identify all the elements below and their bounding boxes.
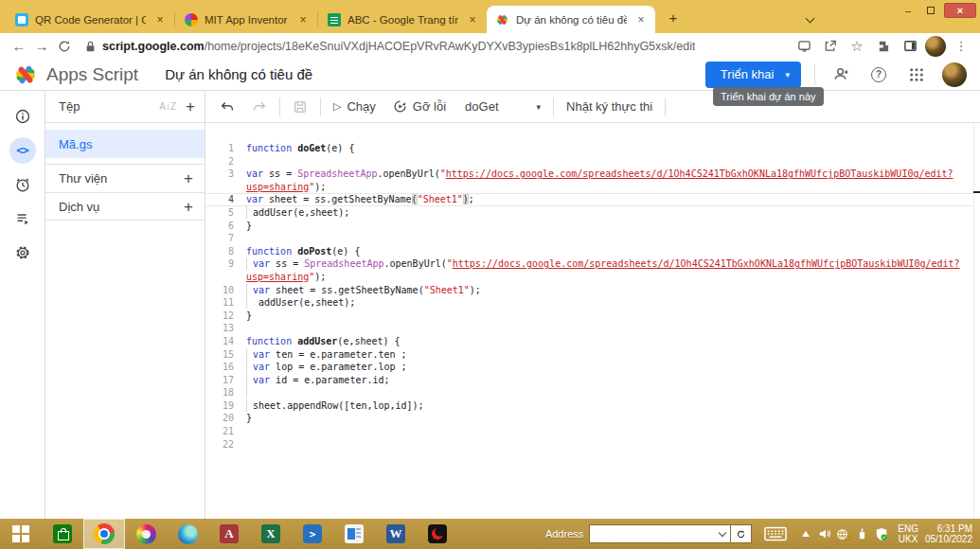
taskbar-app-powershell-icon[interactable]: > — [292, 519, 333, 549]
extensions-puzzle-icon[interactable] — [872, 35, 895, 58]
code-row[interactable]: 14function addUser(e,sheet) { — [205, 335, 980, 348]
address-go-icon[interactable] — [731, 524, 752, 543]
code-row[interactable]: usp=sharing"); — [205, 181, 980, 194]
tab-qr-code-generator[interactable]: QR Code Generator | Create Your × — [6, 6, 174, 33]
run-button[interactable]: ▷ Chạy — [325, 95, 384, 119]
code-row[interactable]: 12} — [205, 310, 980, 323]
apps-script-logo[interactable] — [13, 62, 38, 87]
taskbar-app-paint-icon[interactable] — [125, 519, 167, 549]
code-row[interactable]: 3var ss = SpreadsheetApp.openByUrl("http… — [205, 168, 980, 181]
add-library-icon[interactable]: + — [184, 170, 193, 186]
settings-gear-icon[interactable] — [9, 239, 36, 266]
redo-icon[interactable] — [243, 95, 276, 119]
address-bar[interactable]: script.google.com/home/projects/18eKeSnu… — [85, 40, 785, 53]
share-icon[interactable] — [819, 35, 842, 58]
editor-code-icon[interactable]: <> — [9, 137, 36, 164]
overview-info-icon[interactable] — [9, 103, 36, 130]
deploy-button[interactable]: Triển khai ▾ — [705, 62, 801, 88]
code-row[interactable]: 22 — [205, 438, 980, 452]
code-row[interactable]: 11 addUser(e,sheet); — [205, 296, 980, 310]
language-indicator[interactable]: ENG UKX — [898, 523, 918, 544]
tab-search-chevron-icon[interactable] — [802, 10, 819, 27]
tab-close-icon[interactable]: × — [296, 13, 310, 27]
line-number: 1 — [205, 142, 234, 155]
code-row[interactable]: 6} — [205, 220, 980, 233]
network-warning-icon[interactable] — [835, 523, 851, 544]
taskbar-app-chrome-icon[interactable] — [83, 519, 125, 549]
help-icon[interactable]: ? — [866, 62, 891, 87]
code-row[interactable]: 18 — [205, 386, 980, 399]
code-row[interactable]: 4var sheet = ss.getSheetByName("Sheet1")… — [205, 193, 980, 206]
taskbar-app-access-icon[interactable]: A — [208, 519, 250, 549]
save-icon[interactable] — [284, 95, 316, 119]
google-apps-grid-icon[interactable] — [904, 62, 929, 87]
tab-google-sheets[interactable]: ABC - Google Trang tính × — [318, 6, 487, 33]
new-tab-button[interactable]: + — [661, 5, 686, 29]
code-row[interactable]: 8function doPost(e) { — [205, 245, 980, 258]
browser-menu-kebab-icon[interactable]: ⋮ — [950, 35, 972, 58]
code-row[interactable]: 10 var sheet = ss.getSheetByName("Sheet1… — [205, 284, 980, 297]
line-number: 9 — [205, 257, 234, 271]
services-section[interactable]: Dịch vụ + — [45, 192, 205, 221]
tray-show-hidden-icons[interactable] — [797, 523, 813, 544]
code-row[interactable]: 1function doGet(e) { — [205, 142, 980, 155]
address-toolbar-input[interactable] — [590, 526, 715, 541]
install-app-icon[interactable] — [793, 35, 815, 58]
code-row[interactable]: 21 — [205, 425, 980, 438]
security-shield-icon[interactable] — [873, 523, 889, 544]
code-row[interactable]: 9 var ss = SpreadsheetApp.openByUrl("htt… — [205, 257, 980, 271]
taskbar-app-photos-icon[interactable] — [333, 519, 375, 549]
tab-close-icon[interactable]: × — [634, 13, 648, 27]
code-row[interactable]: 15 var ten = e.parameter.ten ; — [205, 348, 980, 362]
browser-profile-avatar[interactable] — [925, 36, 946, 57]
code-row[interactable]: usp=sharing"); — [205, 271, 980, 284]
libraries-section[interactable]: Thư viện + — [45, 164, 205, 192]
file-item-ma-gs[interactable]: Mã.gs — [45, 130, 205, 158]
add-file-icon[interactable]: + — [186, 98, 195, 115]
tab-mit-app-inventor[interactable]: MIT App Inventor × — [175, 6, 317, 33]
taskbar-clock[interactable]: 6:31 PM 05/10/2022 — [925, 523, 972, 544]
taskbar-app-store-icon[interactable] — [42, 519, 83, 549]
share-person-add-icon[interactable] — [829, 62, 853, 87]
code-row[interactable]: 17 var id = e.parameter.id; — [205, 374, 980, 387]
tab-close-icon[interactable]: × — [466, 13, 479, 27]
code-row[interactable]: 5 addUser(e,sheet); — [205, 206, 980, 220]
project-title[interactable]: Dự án không có tiêu đề — [165, 66, 312, 82]
address-dropdown-chevron-icon[interactable] — [715, 525, 730, 542]
undo-icon[interactable] — [211, 95, 243, 119]
restore-button[interactable] — [919, 2, 942, 19]
sort-az-icon[interactable]: A↕Z — [159, 101, 176, 112]
debug-button[interactable]: Gỡ lỗi — [384, 95, 454, 119]
minimize-button[interactable]: – — [897, 2, 919, 19]
tab-close-icon[interactable]: × — [153, 13, 167, 27]
touch-keyboard-icon[interactable] — [761, 523, 790, 544]
taskbar-app-garena-icon[interactable] — [417, 519, 458, 549]
function-selector[interactable]: doGet ▾ — [454, 95, 549, 119]
forward-icon[interactable]: → — [30, 35, 53, 58]
taskbar-app-word-icon[interactable]: W — [375, 519, 417, 549]
code-row[interactable]: 7 — [205, 232, 980, 245]
volume-speaker-icon[interactable] — [816, 523, 832, 544]
code-row[interactable]: 20} — [205, 412, 980, 425]
tab-apps-script-active[interactable]: Dự án không có tiêu đề - Trình ch × — [487, 6, 655, 33]
bookmark-star-icon[interactable]: ☆ — [846, 35, 868, 58]
code-row[interactable]: 19 sheet.appendRow([ten,lop,id]); — [205, 399, 980, 413]
execution-log-button[interactable]: Nhật ký thực thi — [558, 95, 661, 119]
code-row[interactable]: 16 var lop = e.parameter.lop ; — [205, 361, 980, 374]
taskbar-app-excel-icon[interactable]: X — [250, 519, 292, 549]
close-button[interactable]: × — [944, 3, 976, 18]
code-row[interactable]: 2 — [205, 155, 980, 168]
executions-list-icon[interactable] — [9, 205, 36, 232]
editor-scrollbar[interactable] — [973, 123, 980, 519]
usb-device-icon[interactable] — [854, 523, 870, 544]
taskbar-app-edge-icon[interactable] — [167, 519, 208, 549]
code-editor[interactable]: 1function doGet(e) {23var ss = Spreadshe… — [205, 123, 980, 519]
account-avatar[interactable] — [942, 62, 967, 87]
triggers-clock-icon[interactable] — [9, 171, 36, 198]
reload-icon[interactable] — [53, 35, 76, 58]
taskbar-app-start-icon[interactable] — [0, 519, 42, 549]
code-row[interactable]: 13 — [205, 322, 980, 335]
side-panel-icon[interactable] — [899, 35, 921, 58]
add-service-icon[interactable]: + — [184, 199, 193, 215]
back-icon[interactable]: ← — [8, 35, 30, 58]
